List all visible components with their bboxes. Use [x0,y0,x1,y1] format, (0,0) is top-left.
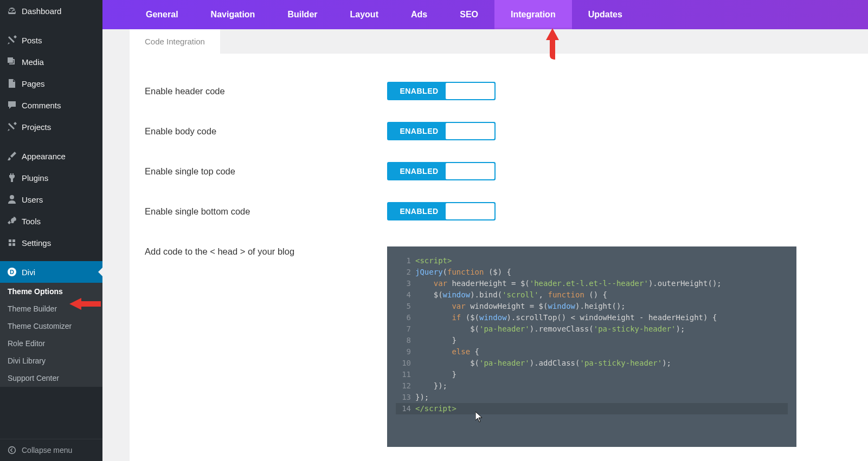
sidebar-label: Settings [22,238,51,248]
option-label: Add code to the < head > of your blog [130,246,387,257]
toggle-handle [446,203,494,219]
brush-icon [7,151,17,161]
toggle-header-code[interactable]: ENABLED [387,82,496,100]
submenu-divi-library[interactable]: Divi Library [0,352,102,369]
sidebar-item-appearance[interactable]: Appearance [0,145,102,167]
collapse-label: Collapse menu [22,446,72,454]
sidebar-item-settings[interactable]: Settings [0,232,102,254]
media-icon [7,56,17,67]
sidebar-item-comments[interactable]: Comments [0,94,102,116]
sidebar-label: Pages [22,79,45,88]
sidebar-label: Dashboard [22,7,61,16]
sidebar-label: Posts [22,36,42,45]
option-single-bottom-code: Enable single bottom code ENABLED [130,191,841,231]
option-head-code: Add code to the < head > of your blog 1<… [130,231,841,458]
option-label: Enable body code [130,126,387,137]
tab-general[interactable]: General [130,0,195,29]
sidebar-label: Tools [22,217,41,226]
sidebar-item-dashboard[interactable]: Dashboard [0,0,102,22]
toggle-text: ENABLED [388,167,446,176]
sidebar-item-projects[interactable]: Projects [0,116,102,138]
sidebar-label: Appearance [22,152,66,161]
toggle-handle [446,163,494,179]
options-panel: Enable header code ENABLED Enable body c… [130,54,868,461]
submenu-theme-options[interactable]: Theme Options [0,283,102,300]
tab-navigation[interactable]: Navigation [195,0,272,29]
toggle-handle [446,123,494,139]
settings-icon [7,237,17,248]
option-header-code: Enable header code ENABLED [130,71,841,111]
tab-layout[interactable]: Layout [334,0,395,29]
option-label: Enable single top code [130,166,387,177]
sidebar-label: Media [22,57,44,67]
tab-ads[interactable]: Ads [395,0,443,29]
sidebar-item-users[interactable]: Users [0,189,102,210]
sidebar-item-plugins[interactable]: Plugins [0,167,102,189]
submenu-theme-builder[interactable]: Theme Builder [0,300,102,317]
tab-integration[interactable]: Integration [494,0,572,29]
collapse-icon [7,445,17,456]
option-body-code: Enable body code ENABLED [130,111,841,151]
sidebar-label: Users [22,195,43,204]
tab-builder[interactable]: Builder [271,0,333,29]
toggle-single-bottom-code[interactable]: ENABLED [387,202,496,220]
submenu-support-center[interactable]: Support Center [0,369,102,387]
pin-icon [7,35,17,46]
page-icon [7,78,17,89]
main-content: General Navigation Builder Layout Ads SE… [102,0,868,461]
dashboard-icon [7,5,17,16]
divi-submenu: Theme Options Theme Builder Theme Custom… [0,283,102,387]
sidebar-label: Divi [22,268,35,277]
sidebar-label: Plugins [22,173,48,183]
code-editor[interactable]: 1<script>2jQuery(function ($) {3 var hea… [387,246,796,447]
submenu-theme-customizer[interactable]: Theme Customizer [0,317,102,335]
toggle-text: ENABLED [388,127,446,135]
plugin-icon [7,172,17,183]
admin-sidebar: Dashboard Posts Media Pages Comments Pro… [0,0,102,461]
tab-updates[interactable]: Updates [572,0,639,29]
sidebar-item-posts[interactable]: Posts [0,29,102,51]
svg-text:D: D [10,269,14,275]
sub-tab-row: Code Integration [102,29,868,54]
option-label: Enable single bottom code [130,206,387,217]
sidebar-item-media[interactable]: Media [0,51,102,73]
sidebar-label: Projects [22,122,51,132]
svg-point-3 [9,447,16,454]
sidebar-item-divi[interactable]: D Divi [0,261,102,283]
comment-icon [7,100,17,111]
wrench-icon [7,216,17,226]
toggle-handle [446,83,494,99]
sidebar-item-tools[interactable]: Tools [0,210,102,232]
option-single-top-code: Enable single top code ENABLED [130,151,841,191]
svg-point-0 [10,195,14,199]
user-icon [7,194,17,205]
divi-icon: D [7,267,17,277]
sidebar-item-pages[interactable]: Pages [0,73,102,94]
toggle-single-top-code[interactable]: ENABLED [387,162,496,180]
sidebar-label: Comments [22,101,61,110]
top-tabs: General Navigation Builder Layout Ads SE… [102,0,868,29]
toggle-text: ENABLED [388,207,446,216]
tab-seo[interactable]: SEO [443,0,494,29]
option-label: Enable header code [130,86,387,96]
collapse-menu[interactable]: Collapse menu [0,439,102,461]
toggle-body-code[interactable]: ENABLED [387,122,496,140]
pin-icon [7,121,17,132]
sub-tab-code-integration[interactable]: Code Integration [130,29,220,54]
toggle-text: ENABLED [388,87,446,95]
submenu-role-editor[interactable]: Role Editor [0,335,102,352]
